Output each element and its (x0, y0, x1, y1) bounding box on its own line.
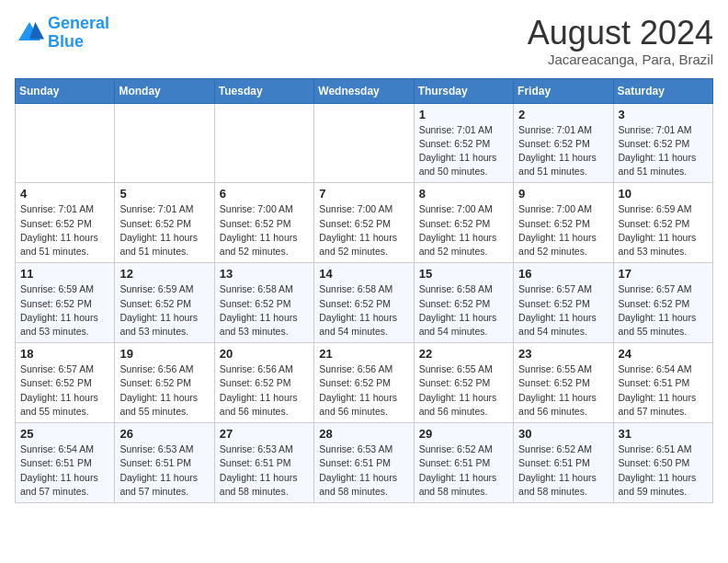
day-info: Sunrise: 6:57 AMSunset: 6:52 PMDaylight:… (20, 362, 109, 419)
day-number: 20 (220, 347, 309, 361)
weekday-header-row: SundayMondayTuesdayWednesdayThursdayFrid… (16, 78, 713, 103)
day-info: Sunrise: 6:56 AMSunset: 6:52 PMDaylight:… (119, 362, 209, 419)
day-info: Sunrise: 7:00 AMSunset: 6:52 PMDaylight:… (419, 202, 508, 259)
day-number: 23 (518, 347, 608, 361)
day-number: 10 (619, 187, 708, 201)
day-number: 25 (20, 427, 109, 441)
day-number: 22 (419, 347, 508, 361)
day-cell (214, 103, 313, 183)
day-cell: 27Sunrise: 6:53 AMSunset: 6:51 PMDayligh… (214, 423, 313, 503)
day-cell: 13Sunrise: 6:58 AMSunset: 6:52 PMDayligh… (214, 263, 313, 343)
day-info: Sunrise: 7:00 AMSunset: 6:52 PMDaylight:… (518, 202, 608, 259)
day-cell: 3Sunrise: 7:01 AMSunset: 6:52 PMDaylight… (613, 103, 712, 183)
day-number: 2 (518, 108, 608, 121)
day-info: Sunrise: 6:58 AMSunset: 6:52 PMDaylight:… (220, 282, 309, 339)
weekday-header-sunday: Sunday (16, 78, 115, 103)
day-cell: 22Sunrise: 6:55 AMSunset: 6:52 PMDayligh… (414, 343, 513, 423)
day-cell: 19Sunrise: 6:56 AMSunset: 6:52 PMDayligh… (115, 343, 214, 423)
day-info: Sunrise: 7:01 AMSunset: 6:52 PMDaylight:… (419, 123, 508, 179)
weekday-header-thursday: Thursday (414, 78, 513, 103)
day-info: Sunrise: 6:51 AMSunset: 6:50 PMDaylight:… (619, 442, 708, 499)
day-cell: 17Sunrise: 6:57 AMSunset: 6:52 PMDayligh… (613, 263, 712, 343)
day-cell (115, 103, 214, 183)
day-cell (314, 103, 414, 183)
day-cell: 26Sunrise: 6:53 AMSunset: 6:51 PMDayligh… (115, 423, 214, 503)
day-info: Sunrise: 7:01 AMSunset: 6:52 PMDaylight:… (518, 123, 608, 179)
day-number: 19 (119, 347, 209, 361)
day-info: Sunrise: 6:58 AMSunset: 6:52 PMDaylight:… (319, 282, 408, 339)
day-cell: 31Sunrise: 6:51 AMSunset: 6:50 PMDayligh… (613, 423, 712, 503)
day-cell: 4Sunrise: 7:01 AMSunset: 6:52 PMDaylight… (16, 183, 115, 263)
day-number: 15 (419, 267, 508, 281)
day-cell: 29Sunrise: 6:52 AMSunset: 6:51 PMDayligh… (414, 423, 513, 503)
day-cell: 16Sunrise: 6:57 AMSunset: 6:52 PMDayligh… (514, 263, 613, 343)
week-row-1: 1Sunrise: 7:01 AMSunset: 6:52 PMDaylight… (16, 103, 713, 183)
day-info: Sunrise: 6:59 AMSunset: 6:52 PMDaylight:… (20, 282, 109, 339)
day-info: Sunrise: 6:59 AMSunset: 6:52 PMDaylight:… (619, 202, 708, 259)
day-info: Sunrise: 6:59 AMSunset: 6:52 PMDaylight:… (119, 282, 209, 339)
day-number: 9 (518, 187, 608, 201)
day-number: 30 (518, 427, 608, 441)
day-info: Sunrise: 7:00 AMSunset: 6:52 PMDaylight:… (220, 202, 309, 259)
day-info: Sunrise: 7:00 AMSunset: 6:52 PMDaylight:… (319, 202, 408, 259)
day-cell: 20Sunrise: 6:56 AMSunset: 6:52 PMDayligh… (214, 343, 313, 423)
day-cell: 10Sunrise: 6:59 AMSunset: 6:52 PMDayligh… (613, 183, 712, 263)
day-info: Sunrise: 6:52 AMSunset: 6:51 PMDaylight:… (419, 442, 508, 499)
day-cell: 12Sunrise: 6:59 AMSunset: 6:52 PMDayligh… (115, 263, 214, 343)
day-number: 4 (20, 187, 109, 201)
day-number: 11 (20, 267, 109, 281)
week-row-3: 11Sunrise: 6:59 AMSunset: 6:52 PMDayligh… (16, 263, 713, 343)
title-block: August 2024 Jacareacanga, Para, Brazil (528, 15, 713, 67)
day-cell (16, 103, 115, 183)
weekday-header-monday: Monday (115, 78, 214, 103)
day-cell: 15Sunrise: 6:58 AMSunset: 6:52 PMDayligh… (414, 263, 513, 343)
day-number: 5 (119, 187, 209, 201)
logo-text: General Blue (48, 15, 109, 52)
day-cell: 30Sunrise: 6:52 AMSunset: 6:51 PMDayligh… (514, 423, 613, 503)
day-number: 3 (619, 108, 708, 121)
day-number: 12 (119, 267, 209, 281)
day-cell: 28Sunrise: 6:53 AMSunset: 6:51 PMDayligh… (314, 423, 414, 503)
weekday-header-wednesday: Wednesday (314, 78, 414, 103)
day-cell: 9Sunrise: 7:00 AMSunset: 6:52 PMDaylight… (514, 183, 613, 263)
day-number: 6 (220, 187, 309, 201)
day-number: 31 (619, 427, 708, 441)
day-info: Sunrise: 6:54 AMSunset: 6:51 PMDaylight:… (20, 442, 109, 499)
day-number: 28 (319, 427, 408, 441)
day-cell: 2Sunrise: 7:01 AMSunset: 6:52 PMDaylight… (514, 103, 613, 183)
day-info: Sunrise: 7:01 AMSunset: 6:52 PMDaylight:… (119, 202, 209, 259)
day-info: Sunrise: 6:53 AMSunset: 6:51 PMDaylight:… (319, 442, 408, 499)
week-row-5: 25Sunrise: 6:54 AMSunset: 6:51 PMDayligh… (16, 423, 713, 503)
week-row-2: 4Sunrise: 7:01 AMSunset: 6:52 PMDaylight… (16, 183, 713, 263)
day-number: 14 (319, 267, 408, 281)
calendar-header: SundayMondayTuesdayWednesdayThursdayFrid… (16, 78, 713, 103)
day-info: Sunrise: 6:54 AMSunset: 6:51 PMDaylight:… (619, 362, 708, 419)
day-info: Sunrise: 6:53 AMSunset: 6:51 PMDaylight:… (220, 442, 309, 499)
day-number: 7 (319, 187, 408, 201)
weekday-header-saturday: Saturday (613, 78, 712, 103)
day-number: 13 (220, 267, 309, 281)
day-cell: 18Sunrise: 6:57 AMSunset: 6:52 PMDayligh… (16, 343, 115, 423)
day-cell: 25Sunrise: 6:54 AMSunset: 6:51 PMDayligh… (16, 423, 115, 503)
day-cell: 6Sunrise: 7:00 AMSunset: 6:52 PMDaylight… (214, 183, 313, 263)
day-number: 21 (319, 347, 408, 361)
day-cell: 23Sunrise: 6:55 AMSunset: 6:52 PMDayligh… (514, 343, 613, 423)
day-cell: 11Sunrise: 6:59 AMSunset: 6:52 PMDayligh… (16, 263, 115, 343)
day-info: Sunrise: 6:56 AMSunset: 6:52 PMDaylight:… (220, 362, 309, 419)
day-info: Sunrise: 6:57 AMSunset: 6:52 PMDaylight:… (518, 282, 608, 339)
day-number: 26 (119, 427, 209, 441)
day-cell: 14Sunrise: 6:58 AMSunset: 6:52 PMDayligh… (314, 263, 414, 343)
day-info: Sunrise: 6:52 AMSunset: 6:51 PMDaylight:… (518, 442, 608, 499)
month-title: August 2024 (528, 15, 713, 52)
day-info: Sunrise: 6:57 AMSunset: 6:52 PMDaylight:… (619, 282, 708, 339)
day-number: 1 (419, 108, 508, 121)
calendar-table: SundayMondayTuesdayWednesdayThursdayFrid… (15, 78, 713, 503)
day-number: 8 (419, 187, 508, 201)
week-row-4: 18Sunrise: 6:57 AMSunset: 6:52 PMDayligh… (16, 343, 713, 423)
day-number: 18 (20, 347, 109, 361)
day-info: Sunrise: 6:53 AMSunset: 6:51 PMDaylight:… (119, 442, 209, 499)
weekday-header-tuesday: Tuesday (214, 78, 313, 103)
day-number: 27 (220, 427, 309, 441)
day-cell: 7Sunrise: 7:00 AMSunset: 6:52 PMDaylight… (314, 183, 414, 263)
day-info: Sunrise: 6:55 AMSunset: 6:52 PMDaylight:… (518, 362, 608, 419)
